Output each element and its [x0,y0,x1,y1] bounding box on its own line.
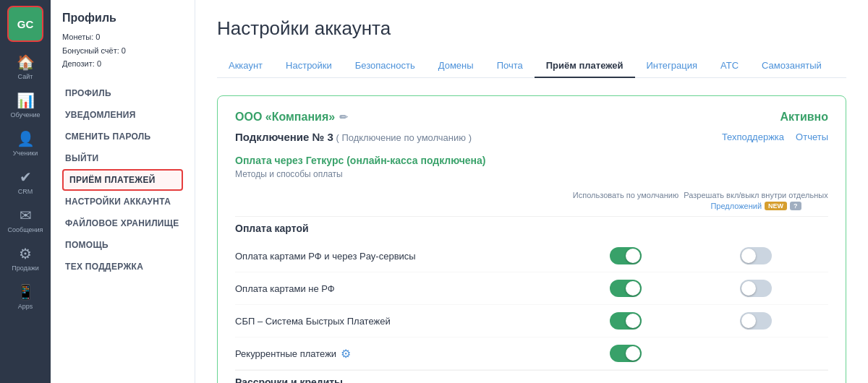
payment-row-controls-2 [568,312,828,330]
payment-row-1: Оплата картами не РФ [235,272,828,305]
tabs-bar: Аккаунт Настройки Безопасность Домены По… [217,54,846,78]
bonus-value: 0 [122,46,126,55]
sidebar-item-messages[interactable]: ✉ Сообщения [0,201,51,239]
profile-panel: Профиль Монеты: 0 Бонусный счёт: 0 Депоз… [51,0,195,383]
sidebar-item-sales[interactable]: ⚙ Продажи [0,239,51,277]
sidebar-item-education[interactable]: 📊 Обучение [0,86,51,124]
toggle-default-switch-0[interactable] [610,247,642,264]
toggle-default-1 [568,280,684,297]
new-badge: NEW [765,202,787,210]
toggle-allow-switch-2[interactable] [740,312,772,330]
tab-payments[interactable]: Приём платежей [535,54,635,78]
sidebar-item-apps[interactable]: 📱 Apps [0,277,51,316]
check-icon: ✔ [20,168,32,186]
support-link[interactable]: Техподдержка [722,132,784,142]
sidebar-label-sales: Продажи [12,264,39,272]
tab-security[interactable]: Безопасность [344,54,427,78]
tab-account[interactable]: Аккаунт [217,54,274,78]
tab-selfemployed[interactable]: Самозанятый [750,54,833,78]
sidebar-label-students: Ученики [13,150,38,157]
users-icon: 👤 [17,130,35,147]
tab-settings[interactable]: Настройки [274,54,344,78]
payment-row-name-1: Оплата картами не РФ [235,283,335,294]
payment-row-0: Оплата картами РФ и через Pay-сервисы [235,240,828,272]
table-header-row: Использовать по умолчанию Разрешать вкл/… [235,191,828,210]
sidebar-label-crm: CRM [18,188,33,195]
payment-row-controls-1 [568,280,828,297]
payment-row-3: Рекуррентные платежи ⚙ [235,337,828,370]
tab-ats[interactable]: АТС [709,54,750,78]
sidebar-logo[interactable]: GC [7,6,43,42]
sidebar-label-messages: Сообщения [8,226,43,233]
tab-mail[interactable]: Почта [485,54,535,78]
payment-methods-label: Методы и способы оплаты [235,169,828,179]
connection-sub: ( Подключение по умолчанию ) [336,132,472,143]
deposit-label: Депозит: [62,59,95,68]
profile-menu-item-storage[interactable]: ФАЙЛОВОЕ ХРАНИЛИЩЕ [62,212,183,234]
profile-menu-item-support[interactable]: ТЕХ ПОДДЕРЖКА [62,256,183,277]
card-header: ООО «Компания» ✏ Активно [235,111,828,124]
connection-row: Подключение № 3 ( Подключение по умолчан… [235,131,828,143]
edit-icon[interactable]: ✏ [339,111,348,123]
toggle-default-3 [568,345,684,362]
col-default-header: Использовать по умолчанию [568,191,684,210]
question-badge[interactable]: ? [790,202,801,210]
toggle-allow-switch-0[interactable] [740,247,772,264]
toggle-default-switch-1[interactable] [610,280,642,297]
coins-label: Монеты: [62,33,93,41]
toggle-default-2 [568,312,684,330]
section-card-title: Оплата картой [235,216,828,240]
toggle-allow-2 [684,312,828,330]
toggle-default-switch-3[interactable] [610,345,642,362]
sidebar-item-students[interactable]: 👤 Ученики [0,124,51,163]
payment-provider: Оплата через Геткурс (онлайн-касса подкл… [235,155,828,166]
coins-value: 0 [95,33,100,41]
sidebar-label-education: Обучение [10,111,40,119]
col-allow-header: Разрешать вкл/выкл внутри отдельных Пред… [684,191,828,210]
connection-info: Подключение № 3 ( Подключение по умолчан… [235,131,472,143]
profile-menu-item-help[interactable]: ПОМОЩЬ [62,234,183,256]
payment-row-2: СБП – Система Быстрых Платежей [235,305,828,337]
toggle-allow-3 [684,345,828,362]
deposit-value: 0 [97,59,101,68]
sidebar-item-site[interactable]: 🏠 Сайт [0,48,51,86]
chart-icon: 📊 [17,92,35,109]
profile-stats: Монеты: 0 Бонусный счёт: 0 Депозит: 0 [62,30,183,71]
tab-integration[interactable]: Интеграция [635,54,710,78]
main-content: Настройки аккаунта Аккаунт Настройки Без… [195,0,868,383]
tab-domains[interactable]: Домены [427,54,485,78]
payment-card: ООО «Компания» ✏ Активно Подключение № 3… [217,95,846,383]
section-installment-title: Рассрочки и кредиты [235,370,828,383]
profile-menu-item-profile[interactable]: ПРОФИЛЬ [62,82,183,104]
profile-menu-item-payments[interactable]: ПРИЁМ ПЛАТЕЖЕЙ [62,169,183,191]
gear-nav-icon: ⚙ [19,245,32,262]
allow-title: Разрешать вкл/выкл внутри отдельных [684,191,827,199]
payment-row-name-2: СБП – Система Быстрых Платежей [235,316,391,327]
connection-title: Подключение № 3 [235,131,333,143]
bonus-label: Бонусный счёт: [62,46,119,55]
profile-menu-item-notifications[interactable]: УВЕДОМЛЕНИЯ [62,104,183,126]
sidebar-item-crm[interactable]: ✔ CRM [0,163,51,201]
status-badge: Активно [780,111,828,124]
payment-row-name-3: Рекуррентные платежи ⚙ [235,347,351,361]
profile-menu-item-account-settings[interactable]: НАСТРОЙКИ АККАУНТА [62,191,183,212]
sidebar-label-apps: Apps [18,303,33,310]
company-name: ООО «Компания» ✏ [235,111,348,124]
profile-title: Профиль [62,12,183,25]
toggle-allow-1 [684,280,828,297]
allow-badges: Предложений NEW ? [710,202,801,210]
toggle-allow-switch-1[interactable] [740,280,772,297]
reports-link[interactable]: Отчеты [796,132,828,142]
sidebar-label-site: Сайт [18,73,33,80]
profile-menu-item-logout[interactable]: ВЫЙТИ [62,147,183,169]
profile-menu-item-password[interactable]: СМЕНИТЬ ПАРОЛЬ [62,126,183,147]
toggle-default-switch-2[interactable] [610,312,642,330]
toggle-default-0 [568,247,684,264]
payment-row-controls-3 [568,345,828,362]
card-links: Техподдержка Отчеты [722,132,828,142]
sidebar: GC 🏠 Сайт 📊 Обучение 👤 Ученики ✔ CRM ✉ С… [0,0,51,383]
allow-header-inner: Разрешать вкл/выкл внутри отдельных Пред… [684,191,828,210]
recurrent-gear-icon[interactable]: ⚙ [341,347,351,361]
allow-link[interactable]: Предложений [710,202,762,210]
payment-row-controls-0 [568,247,828,264]
